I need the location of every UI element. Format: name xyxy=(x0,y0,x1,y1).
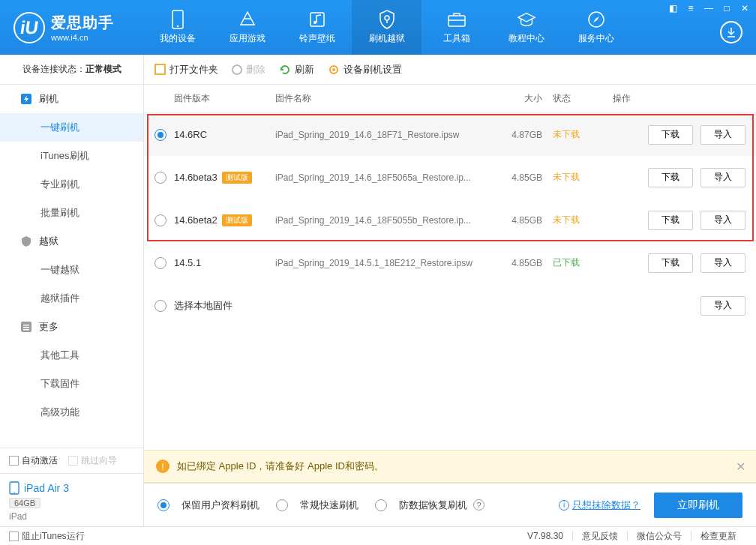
auto-activate-checkbox[interactable]: 自动激活 xyxy=(9,454,58,467)
minimize-icon[interactable]: — xyxy=(704,3,714,13)
svg-rect-9 xyxy=(23,325,29,326)
device-info[interactable]: iPad Air 3 64GB iPad xyxy=(0,474,143,526)
phone-icon xyxy=(168,10,188,29)
wechat-link[interactable]: 微信公众号 xyxy=(628,530,691,543)
nav-ringtones[interactable]: 铃声壁纸 xyxy=(282,0,352,55)
maximize-icon[interactable]: □ xyxy=(722,3,732,13)
help-icon[interactable]: ? xyxy=(473,499,484,511)
refresh-button[interactable]: 刷新 xyxy=(279,63,314,76)
sidebar-item-oneclick-flash[interactable]: 一键刷机 xyxy=(0,113,143,142)
beta-badge: 测试版 xyxy=(222,172,252,184)
folder-icon xyxy=(154,64,166,75)
skin-icon[interactable]: ◧ xyxy=(668,3,678,13)
gear-icon xyxy=(328,64,340,76)
th-ops: 操作 xyxy=(613,92,756,105)
skip-wizard-checkbox[interactable]: 跳过向导 xyxy=(68,454,117,467)
footer: 阻止iTunes运行 V7.98.30 意见反馈 微信公众号 检查更新 xyxy=(0,526,756,545)
flash-now-button[interactable]: 立即刷机 xyxy=(654,493,742,518)
svg-rect-11 xyxy=(23,329,29,331)
table-row[interactable]: 14.6RC iPad_Spring_2019_14.6_18F71_Resto… xyxy=(144,113,756,156)
refresh-icon xyxy=(279,64,291,76)
download-button[interactable] xyxy=(720,21,742,43)
more-icon xyxy=(21,322,32,332)
download-button[interactable]: 下载 xyxy=(648,253,693,273)
alert-close-icon[interactable]: ✕ xyxy=(736,460,746,474)
music-icon xyxy=(308,10,327,29)
nav-toolbox[interactable]: 工具箱 xyxy=(422,0,491,55)
flash-opt-fast[interactable]: 常规快速刷机 xyxy=(276,499,358,512)
radio-select[interactable] xyxy=(154,300,166,312)
svg-rect-5 xyxy=(448,16,465,26)
radio-select[interactable] xyxy=(154,172,166,184)
th-size: 大小 xyxy=(500,92,553,105)
feedback-link[interactable]: 意见反馈 xyxy=(573,530,627,543)
sidebar-item-oneclick-jb[interactable]: 一键越狱 xyxy=(0,256,143,284)
sidebar-item-other-tools[interactable]: 其他工具 xyxy=(0,341,143,370)
nav-service[interactable]: 服务中心 xyxy=(561,0,631,55)
nav-tutorials[interactable]: 教程中心 xyxy=(491,0,561,55)
svg-point-1 xyxy=(176,25,178,27)
shield-small-icon xyxy=(21,236,32,247)
sidebar: 设备连接状态：正常模式 刷机 一键刷机 iTunes刷机 专业刷机 批量刷机 越… xyxy=(0,55,144,526)
nav-flash[interactable]: 刷机越狱 xyxy=(352,0,422,55)
import-button[interactable]: 导入 xyxy=(700,253,746,273)
download-button[interactable]: 下载 xyxy=(648,125,693,145)
check-update-link[interactable]: 检查更新 xyxy=(692,530,746,543)
version-label: V7.98.30 xyxy=(518,531,572,541)
import-button[interactable]: 导入 xyxy=(700,168,746,187)
import-button[interactable]: 导入 xyxy=(700,211,746,230)
nav-apps[interactable]: 应用游戏 xyxy=(212,0,282,55)
radio-select[interactable] xyxy=(154,257,166,269)
sidebar-item-jb-plugins[interactable]: 越狱插件 xyxy=(0,284,143,313)
delete-icon xyxy=(232,64,242,75)
block-itunes-checkbox[interactable]: 阻止iTunes运行 xyxy=(9,530,85,543)
graduation-icon xyxy=(517,10,536,29)
sidebar-group-jailbreak[interactable]: 越狱 xyxy=(0,227,143,256)
sidebar-item-advanced[interactable]: 高级功能 xyxy=(0,398,143,427)
th-version: 固件版本 xyxy=(174,92,275,105)
flash-options-bar: 保留用户资料刷机 常规快速刷机 防数据恢复刷机? i只想抹除数据？ 立即刷机 xyxy=(144,483,756,526)
erase-data-link[interactable]: i只想抹除数据？ xyxy=(559,499,640,512)
device-storage: 64GB xyxy=(9,498,40,508)
svg-point-13 xyxy=(14,492,15,493)
table-row-local[interactable]: 选择本地固件 导入 xyxy=(144,284,756,327)
flash-opt-anti[interactable]: 防数据恢复刷机? xyxy=(375,499,484,512)
table-row[interactable]: 14.6beta2测试版 iPad_Spring_2019_14.6_18F50… xyxy=(144,199,756,241)
radio-select[interactable] xyxy=(154,129,166,141)
toolbar: 打开文件夹 删除 刷新 设备刷机设置 xyxy=(144,55,756,85)
th-status: 状态 xyxy=(553,92,613,105)
svg-rect-10 xyxy=(23,327,29,328)
logo[interactable]: iU 爱思助手 www.i4.cn xyxy=(0,12,142,43)
app-url: www.i4.cn xyxy=(51,33,114,42)
window-controls: ◧ ≡ — □ ✕ xyxy=(668,3,750,13)
sidebar-item-pro-flash[interactable]: 专业刷机 xyxy=(0,170,143,199)
compass-icon xyxy=(586,10,606,29)
sidebar-group-flash[interactable]: 刷机 xyxy=(0,85,143,113)
nav-my-device[interactable]: 我的设备 xyxy=(142,0,212,55)
import-button[interactable]: 导入 xyxy=(700,296,746,316)
radio-select[interactable] xyxy=(154,214,166,226)
th-name: 固件名称 xyxy=(275,92,500,105)
delete-button[interactable]: 删除 xyxy=(232,63,266,76)
device-type: iPad xyxy=(9,511,134,522)
import-button[interactable]: 导入 xyxy=(700,125,746,145)
open-folder-button[interactable]: 打开文件夹 xyxy=(154,63,218,76)
app-name: 爱思助手 xyxy=(51,13,114,33)
menu-icon[interactable]: ≡ xyxy=(686,3,696,13)
svg-point-4 xyxy=(385,16,389,20)
shield-icon xyxy=(377,10,397,29)
settings-button[interactable]: 设备刷机设置 xyxy=(328,63,402,76)
toolbox-icon xyxy=(447,10,466,29)
sidebar-item-download-firmware[interactable]: 下载固件 xyxy=(0,370,143,398)
sidebar-group-more[interactable]: 更多 xyxy=(0,313,143,341)
main-nav: 我的设备 应用游戏 铃声壁纸 刷机越狱 工具箱 教程中心 服务中心 xyxy=(142,0,631,55)
table-row[interactable]: 14.6beta3测试版 iPad_Spring_2019_14.6_18F50… xyxy=(144,156,756,199)
sidebar-item-itunes-flash[interactable]: iTunes刷机 xyxy=(0,142,143,170)
close-icon[interactable]: ✕ xyxy=(740,3,750,13)
sidebar-item-batch-flash[interactable]: 批量刷机 xyxy=(0,199,143,227)
download-button[interactable]: 下载 xyxy=(648,211,693,230)
table-row[interactable]: 14.5.1 iPad_Spring_2019_14.5.1_18E212_Re… xyxy=(144,241,756,284)
flash-opt-keep[interactable]: 保留用户资料刷机 xyxy=(158,499,260,512)
download-button[interactable]: 下载 xyxy=(648,168,693,187)
logo-icon: iU xyxy=(14,12,45,43)
